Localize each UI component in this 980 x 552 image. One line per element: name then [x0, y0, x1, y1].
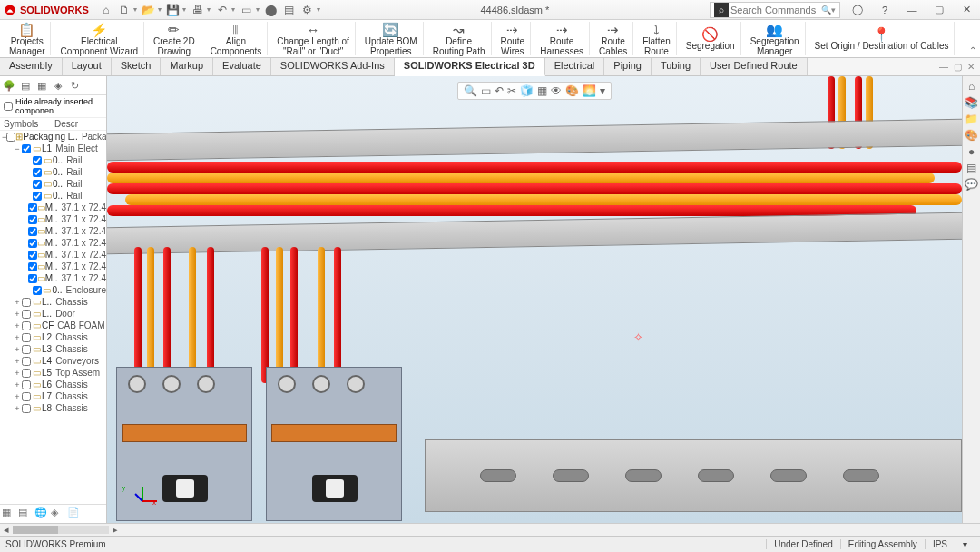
- fm-b2-icon[interactable]: ▤: [18, 507, 33, 521]
- save-icon[interactable]: 💾: [167, 4, 180, 16]
- tree-checkbox[interactable]: [28, 203, 37, 212]
- ribbon-align[interactable]: ⫴Align Components: [205, 22, 269, 55]
- ribbon-route[interactable]: ⇢Route Cables: [593, 22, 633, 55]
- tree-checkbox[interactable]: [33, 168, 42, 177]
- undo-icon[interactable]: ↶: [216, 4, 229, 16]
- command-finder-icon[interactable]: ⌕: [714, 3, 729, 17]
- tree-checkbox[interactable]: [6, 133, 15, 142]
- zoom-fit-icon[interactable]: 🔍: [464, 84, 477, 97]
- ribbon-route[interactable]: ⇢Route Harnesses: [534, 22, 590, 55]
- fm-config-icon[interactable]: ▤: [18, 78, 33, 93]
- tree-checkbox[interactable]: [22, 144, 31, 153]
- tree-twisty-icon[interactable]: +: [13, 392, 22, 401]
- minimize-button[interactable]: —: [902, 2, 922, 18]
- tp-view-palette-icon[interactable]: 🎨: [965, 129, 978, 142]
- search-input[interactable]: [730, 5, 821, 15]
- tree-twisty-icon[interactable]: +: [13, 404, 22, 413]
- ribbon-create-2d[interactable]: ✏Create 2D Drawing: [148, 22, 201, 55]
- tree-row[interactable]: ▭0..Rail: [0, 190, 106, 202]
- fm-b1-icon[interactable]: ▦: [2, 507, 16, 521]
- select-icon[interactable]: ▭: [240, 4, 253, 16]
- ribbon-projects[interactable]: 📋Projects Manager: [4, 22, 51, 55]
- tab-solidworks-electrical-3d[interactable]: SOLIDWORKS Electrical 3D: [395, 58, 545, 76]
- tree-checkbox[interactable]: [33, 180, 42, 189]
- vp-minimize-icon[interactable]: —: [939, 62, 948, 72]
- hide-inserted-checkbox-row[interactable]: Hide already inserted componen: [0, 95, 106, 118]
- new-icon[interactable]: 🗋: [118, 4, 131, 16]
- tree-row[interactable]: +▭CFCAB FOAM: [0, 320, 106, 331]
- tab-markup[interactable]: Markup: [161, 58, 213, 75]
- tree-row[interactable]: ▭M..37.1 x 72.4: [0, 225, 106, 237]
- tp-file-explorer-icon[interactable]: 📁: [965, 113, 978, 125]
- tree-row[interactable]: ▭0..Rail: [0, 178, 106, 190]
- tree-checkbox[interactable]: [22, 333, 31, 342]
- hide-show-icon[interactable]: 👁: [551, 84, 562, 97]
- tree-checkbox[interactable]: [33, 192, 42, 201]
- tree-twisty-icon[interactable]: +: [13, 357, 22, 366]
- view-orient-icon[interactable]: 🧊: [520, 84, 534, 97]
- tree-twisty-icon[interactable]: +: [13, 298, 22, 307]
- hscroll-left-icon[interactable]: ◂: [0, 524, 13, 536]
- tree-checkbox[interactable]: [28, 215, 37, 224]
- vp-close-icon[interactable]: ✕: [967, 62, 975, 72]
- tree-row[interactable]: +▭L2Chassis: [0, 331, 106, 343]
- tree-row[interactable]: ▭0..Rail: [0, 166, 106, 178]
- tree-checkbox[interactable]: [33, 286, 42, 295]
- tree-checkbox[interactable]: [22, 380, 31, 389]
- tree-checkbox[interactable]: [28, 227, 37, 236]
- view-settings-icon[interactable]: ▾: [600, 84, 605, 97]
- tab-tubing[interactable]: Tubing: [652, 58, 701, 75]
- fm-property-icon[interactable]: ▦: [34, 78, 49, 93]
- rebuild-icon[interactable]: ⬤: [265, 4, 278, 16]
- ribbon-segregation[interactable]: 👥Segregation Manager: [745, 22, 806, 55]
- tree-row[interactable]: ▭M..37.1 x 72.4: [0, 237, 106, 249]
- hide-inserted-checkbox[interactable]: [4, 102, 13, 111]
- ribbon-flatten[interactable]: ⤵Flatten Route: [637, 22, 677, 55]
- graphics-viewport[interactable]: 🔍 ▭ ↶ ✂ 🧊 ▦ 👁 🎨 🌅 ▾: [107, 76, 962, 523]
- tree-row[interactable]: ▭M..37.1 x 72.4: [0, 249, 106, 261]
- tab-user-defined-route[interactable]: User Defined Route: [701, 58, 808, 75]
- close-button[interactable]: ✕: [956, 2, 976, 18]
- display-style-icon[interactable]: ▦: [537, 84, 547, 97]
- tp-forum-icon[interactable]: 💬: [965, 178, 978, 191]
- zoom-area-icon[interactable]: ▭: [481, 84, 491, 97]
- vp-restore-icon[interactable]: ▢: [954, 62, 962, 72]
- tree-row[interactable]: ▭M..37.1 x 72.4: [0, 272, 106, 284]
- home-icon[interactable]: ⌂: [100, 4, 113, 16]
- ribbon-define[interactable]: ↝Define Routing Path: [427, 22, 492, 55]
- tree-checkbox[interactable]: [28, 262, 37, 271]
- section-icon[interactable]: ✂: [507, 84, 516, 97]
- options-icon[interactable]: ▤: [283, 4, 296, 16]
- tab-electrical[interactable]: Electrical: [545, 58, 605, 75]
- user-account-icon[interactable]: ◯: [848, 2, 867, 18]
- tree-row[interactable]: +▭L7Chassis: [0, 390, 106, 402]
- ribbon-electrical[interactable]: ⚡Electrical Component Wizard: [54, 22, 144, 55]
- tree-row[interactable]: +▭L..Chassis: [0, 296, 106, 308]
- tree-twisty-icon[interactable]: +: [13, 345, 22, 354]
- ribbon-collapse-icon[interactable]: ⌃: [969, 45, 976, 55]
- tree-row[interactable]: +▭L4Conveyors: [0, 355, 106, 367]
- tree-row[interactable]: ▭0..Enclosure: [0, 284, 106, 296]
- tree-twisty-icon[interactable]: +: [13, 310, 22, 319]
- tree-checkbox[interactable]: [22, 404, 31, 413]
- fm-tree-icon[interactable]: 🌳: [2, 78, 16, 93]
- tree-checkbox[interactable]: [22, 345, 31, 354]
- tab-piping[interactable]: Piping: [604, 58, 652, 75]
- tp-appearance-icon[interactable]: ●: [968, 145, 975, 158]
- tree-row[interactable]: ▭M..37.1 x 72.4: [0, 202, 106, 213]
- print-icon[interactable]: 🖶: [191, 4, 204, 16]
- tree-checkbox[interactable]: [22, 357, 31, 366]
- tree-checkbox[interactable]: [22, 310, 31, 319]
- tree-row[interactable]: ▭M..37.1 x 72.4: [0, 261, 106, 272]
- maximize-button[interactable]: ▢: [929, 2, 949, 18]
- tree-twisty-icon[interactable]: −: [13, 144, 22, 153]
- tree-twisty-icon[interactable]: +: [13, 369, 22, 378]
- tree-row[interactable]: −▭L1Main Elect: [0, 143, 106, 154]
- command-search[interactable]: ⌕ 🔍▾: [710, 2, 840, 18]
- tp-design-lib-icon[interactable]: 📚: [965, 96, 978, 109]
- tree-checkbox[interactable]: [28, 274, 37, 283]
- view-triad[interactable]: y x: [125, 472, 158, 505]
- settings-gear-icon[interactable]: ⚙: [301, 4, 314, 16]
- ribbon-change-length-of[interactable]: ↔Change Length of "Rail" or "Duct": [271, 22, 356, 55]
- tab-assembly[interactable]: Assembly: [0, 58, 63, 75]
